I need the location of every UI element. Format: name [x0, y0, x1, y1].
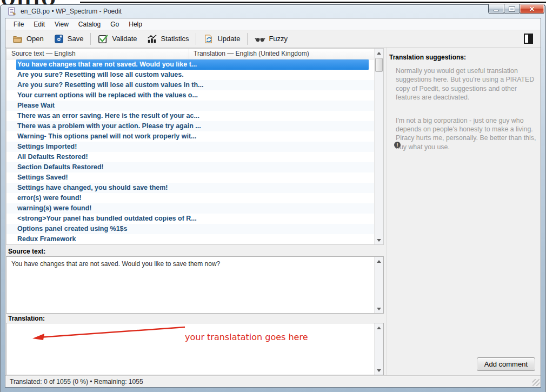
window-body: File Edit View Catalog Go Help Open [5, 18, 541, 388]
maximize-icon [509, 7, 515, 11]
screen: OHIO en_GB.po • WP_Spectrum - Poedit ✕ F… [0, 0, 546, 392]
list-item[interactable]: warning(s) were found! [6, 203, 374, 214]
menu-help[interactable]: Help [124, 19, 147, 30]
window-title: en_GB.po • WP_Spectrum - Poedit [21, 8, 122, 15]
open-label: Open [26, 35, 44, 43]
menu-file[interactable]: File [9, 19, 29, 30]
statistics-chart-icon [147, 34, 157, 44]
list-item[interactable]: There was an error saving. Here is the r… [6, 111, 374, 121]
fuzzy-glasses-icon [255, 34, 265, 44]
list-item[interactable]: Redux Framework [6, 234, 374, 244]
update-button[interactable]: Update [198, 32, 245, 45]
maximize-button[interactable] [504, 4, 520, 14]
add-comment-button[interactable]: Add comment [477, 357, 535, 371]
list-scrollbar[interactable] [374, 49, 383, 244]
list-item[interactable]: Settings Saved! [6, 172, 374, 183]
exclamation-icon: ! [394, 142, 401, 148]
validate-check-icon [98, 34, 109, 44]
red-annotation: your translatation goes here [6, 323, 374, 375]
poedit-app-icon [8, 7, 16, 16]
minimize-button[interactable] [488, 4, 504, 14]
menu-go[interactable]: Go [105, 19, 124, 30]
fuzzy-button[interactable]: Fuzzy [250, 32, 292, 45]
suggestions-sidebar: Translation suggestions: Normally you wo… [386, 48, 541, 375]
list-item[interactable]: You have changes that are not saved. Wou… [16, 59, 369, 70]
translation-scrollbar[interactable] [374, 323, 383, 375]
status-bar: Translated: 0 of 1055 (0 %) • Remaining:… [5, 375, 541, 387]
fuzzy-label: Fuzzy [269, 35, 288, 43]
source-text-value: You have changes that are not saved. Wou… [6, 257, 383, 268]
list-item[interactable]: Are you sure? Resetting will lose all cu… [6, 80, 374, 90]
window-controls: ✕ [489, 4, 544, 14]
list-header: Source text — English Translation — Engl… [6, 49, 383, 59]
list-item[interactable]: All Defaults Restored! [6, 152, 374, 162]
validate-label: Validate [112, 35, 137, 43]
translation-list: Source text — English Translation — Engl… [6, 48, 384, 245]
resize-grip[interactable] [532, 379, 540, 386]
save-button[interactable]: Save [49, 32, 89, 45]
suggestions-paragraph-2: I'm not a big corporation - just one guy… [396, 116, 537, 152]
list-item[interactable]: Settings Imported! [6, 142, 374, 152]
source-text-box: You have changes that are not saved. Wou… [6, 256, 384, 314]
source-scrollbar[interactable] [374, 257, 383, 313]
scroll-up-icon[interactable] [375, 323, 383, 332]
scrollbar-thumb[interactable] [375, 58, 383, 72]
menu-view[interactable]: View [50, 19, 74, 30]
list-item[interactable]: Section Defaults Restored! [6, 162, 374, 172]
suggestions-paragraph-1: Normally you would get useful translatio… [396, 67, 537, 102]
list-item[interactable]: <strong>Your panel has bundled outdated … [6, 214, 374, 224]
list-item[interactable]: Warning- This options panel will not wor… [6, 131, 374, 142]
list-item[interactable]: Settings have changed, you should save t… [6, 183, 374, 193]
save-floppy-icon [54, 34, 64, 44]
toolbar-separator [247, 33, 248, 45]
scroll-up-icon[interactable] [375, 49, 383, 57]
source-text-label: Source text: [8, 248, 45, 255]
suggestions-title: Translation suggestions: [387, 48, 541, 61]
title-bar[interactable]: en_GB.po • WP_Spectrum - Poedit ✕ [1, 5, 545, 18]
menu-edit[interactable]: Edit [29, 19, 50, 30]
content-area: Source text — English Translation — Engl… [5, 48, 541, 375]
menu-bar: File Edit View Catalog Go Help [5, 18, 541, 30]
close-icon: ✕ [529, 5, 535, 13]
status-text: Translated: 0 of 1055 (0 %) • Remaining:… [10, 378, 143, 386]
scroll-up-icon[interactable] [375, 257, 383, 265]
minimize-icon [494, 10, 499, 11]
save-label: Save [68, 35, 84, 43]
menu-catalog[interactable]: Catalog [74, 19, 105, 30]
list-item[interactable]: Options panel created using %1$s [6, 224, 374, 234]
list-item[interactable]: There was a problem with your action. Pl… [6, 121, 374, 131]
update-refresh-icon [203, 34, 214, 44]
list-item[interactable]: Your current options will be replaced wi… [6, 90, 374, 101]
sidebar-toggle-icon[interactable] [524, 34, 533, 44]
scroll-down-icon[interactable] [375, 236, 383, 244]
list-item[interactable]: Please Wait [6, 101, 374, 111]
scroll-down-icon[interactable] [375, 366, 383, 375]
toolbar-separator [196, 33, 196, 45]
annotation-text: your translatation goes here [185, 332, 308, 342]
statistics-button[interactable]: Statistics [142, 32, 194, 45]
list-rows: You have changes that are not saved. Wou… [6, 59, 374, 244]
update-label: Update [217, 35, 240, 43]
column-header-translation[interactable]: Translation — English (United Kingdom) [189, 49, 383, 59]
validate-button[interactable]: Validate [93, 32, 142, 45]
scroll-down-icon[interactable] [375, 304, 383, 313]
translation-label: Translation: [8, 315, 45, 322]
toolbar-separator [90, 33, 91, 45]
close-button[interactable]: ✕ [520, 4, 544, 14]
column-header-source[interactable]: Source text — English [6, 49, 189, 59]
open-folder-icon [12, 34, 23, 44]
list-item[interactable]: Are you sure? Resetting will lose all cu… [6, 70, 374, 80]
open-button[interactable]: Open [8, 32, 49, 45]
list-item[interactable]: error(s) were found! [6, 193, 374, 203]
statistics-label: Statistics [161, 35, 189, 43]
translation-input-box[interactable]: your translatation goes here [6, 323, 384, 375]
toolbar: Open Save Val [5, 30, 541, 48]
poedit-window: en_GB.po • WP_Spectrum - Poedit ✕ File E… [0, 4, 546, 392]
background-horizontal-rule [80, 2, 546, 3]
